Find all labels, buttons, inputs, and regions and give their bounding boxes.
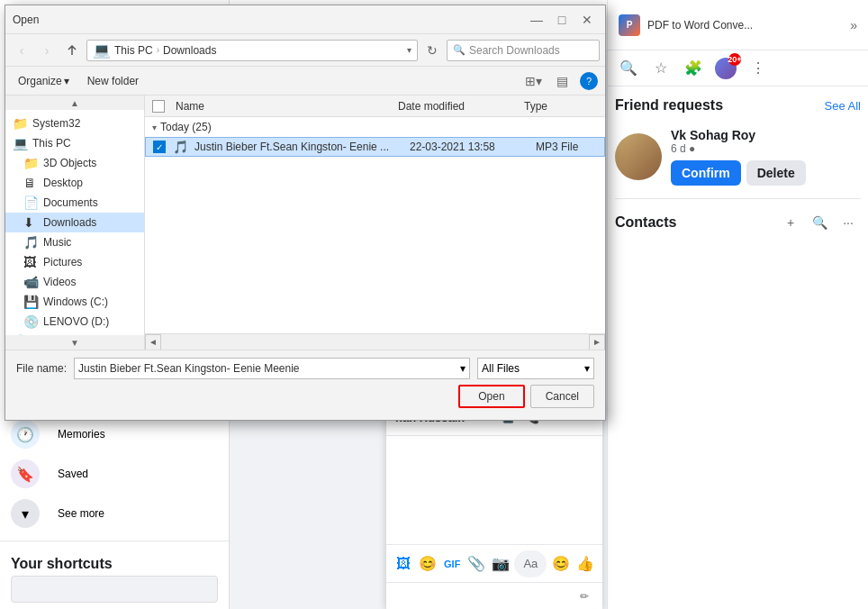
filetype-value: All Files [482,362,520,375]
documents-icon: 📄 [23,195,40,210]
tree-item-windows-c[interactable]: 💾 Windows (C:) [5,292,144,312]
check-all-checkbox[interactable] [152,100,165,113]
section-divider [615,198,861,199]
pane-button[interactable]: ▤ [551,70,573,92]
date-column-header[interactable]: Date modified [394,100,520,113]
downloads-icon: ⬇ [23,215,40,230]
friend-request-avatar [615,133,662,180]
tree-item-desktop[interactable]: 🖥 Desktop [5,173,144,193]
chat-image-button[interactable]: 🖼 [393,550,414,577]
address-separator: › [157,45,159,55]
bookmarks-button[interactable]: ☆ [647,55,674,82]
chat-camera-button[interactable]: 📷 [491,550,511,577]
new-folder-button[interactable]: New folder [82,73,144,89]
address-root: This PC [114,44,153,57]
account-button[interactable]: 20+ [712,55,739,82]
filetype-select[interactable]: All Files ▾ [477,358,594,379]
friend-request-name: Vk Sohag Roy [671,128,861,142]
scroll-down-button[interactable]: ▼ [5,335,144,350]
desktop-icon: 🖥 [23,176,40,190]
cancel-button[interactable]: Cancel [530,385,594,408]
view-options-button[interactable]: ⊞ ▾ [522,70,544,92]
chat-compose-button[interactable]: ✏ [574,586,595,607]
up-icon [66,44,78,57]
tree-item-lenovo-d[interactable]: 💿 LENOVO (D:) [5,312,144,332]
file-row[interactable]: ✓ 🎵 Justin Bieber Ft.Sean Kingston- Eeni… [145,137,605,157]
file-open-dialog-overlay: Open — □ ✕ ‹ › 💻 This PC › Downloads ▾ ↻ [0,0,612,423]
videos-icon: 📹 [23,275,40,289]
file-open-dialog: Open — □ ✕ ‹ › 💻 This PC › Downloads ▾ ↻ [5,5,606,421]
chat-sticker-button[interactable]: 😊 [418,550,439,577]
pictures-icon: 🖼 [23,255,40,269]
filename-row: File name: Justin Bieber Ft.Sean Kingsto… [16,358,594,379]
chrome-menu-button[interactable]: ⋮ [745,55,772,82]
chat-like-button[interactable]: 👍 [574,550,595,577]
shortcuts-search-input[interactable] [11,576,218,603]
back-button[interactable]: ‹ [11,40,32,61]
search-button[interactable]: 🔍 [615,55,642,82]
sidebar-item-saved[interactable]: 🔖 Saved [0,454,229,494]
extension-expand-button[interactable]: » [850,18,857,32]
file-checkbox-container: ✓ [146,141,173,153]
scroll-left-button[interactable]: ◄ [145,334,161,350]
chat-toolbar: 🖼 😊 GIF 📎 📷 Aa 😊 👍 [386,544,602,582]
tree-item-downloads[interactable]: ⬇ Downloads [5,213,144,232]
up-button[interactable] [61,40,83,61]
name-column-header[interactable]: Name [172,100,394,113]
memories-icon: 🕐 [11,420,40,449]
chat-emoji-button[interactable]: 😊 [550,550,571,577]
chat-input[interactable]: Aa [514,550,547,577]
today-group-header[interactable]: ▾ Today (25) [145,117,605,137]
saved-icon: 🔖 [11,459,40,488]
delete-button[interactable]: Delete [746,160,806,186]
scroll-right-button[interactable]: ► [589,334,605,350]
friend-request-info: Vk Sohag Roy 6 d ● Confirm Delete [671,128,861,186]
dialog-view-toolbar: Organize ▾ New folder ⊞ ▾ ▤ ? [5,67,605,95]
address-dropdown-icon[interactable]: ▾ [407,45,411,55]
tree-item-3d-objects[interactable]: 📁 3D Objects [5,153,144,173]
search-placeholder: Search Downloads [469,44,560,57]
see-more-icon: ▾ [11,499,40,528]
fb-right-content: P PDF to Word Conve... » 🔍 ☆ 🧩 20+ ⋮ [608,0,868,609]
sidebar-divider [0,541,229,541]
group-collapse-icon: ▾ [152,123,157,132]
sidebar-item-see-more[interactable]: ▾ See more [0,494,229,533]
see-all-link[interactable]: See All [825,99,861,113]
tree-item-pictures[interactable]: 🖼 Pictures [5,252,144,272]
file-type: MP3 File [532,141,604,153]
tree-item-music[interactable]: 🎵 Music [5,232,144,252]
file-list: ▾ Today (25) ✓ 🎵 Justin Bieber Ft.Sean K… [145,117,605,333]
fb-right-main: Friend requests See All Vk Sohag Roy 6 d… [608,86,868,609]
shortcuts-title: Your shortcuts [0,549,229,576]
maximize-button[interactable]: □ [551,9,573,31]
search-contacts-button[interactable]: 🔍 [807,210,832,235]
chat-gif-button[interactable]: GIF [442,550,463,577]
confirm-button[interactable]: Confirm [671,160,741,186]
scrollbar-track[interactable] [161,334,589,350]
chat-attach-button[interactable]: 📎 [466,550,487,577]
file-checkbox[interactable]: ✓ [153,141,166,153]
forward-button[interactable]: › [36,40,58,61]
help-button[interactable]: ? [580,72,598,90]
tree-item-videos[interactable]: 📹 Videos [5,272,144,292]
extension-icon: P [619,14,640,36]
open-button[interactable]: Open [458,385,524,408]
tree-item-documents[interactable]: 📄 Documents [5,193,144,213]
refresh-button[interactable]: ↻ [421,40,443,61]
tree-item-this-pc[interactable]: 💻 This PC [5,133,144,153]
add-contact-button[interactable]: + [778,210,803,235]
tree-item-system32[interactable]: 📁 System32 [5,114,144,133]
search-bar[interactable]: 🔍 Search Downloads [447,40,600,61]
close-button[interactable]: ✕ [576,9,598,31]
chat-body [386,436,602,544]
scroll-up-button[interactable]: ▲ [5,95,144,110]
more-contacts-button[interactable]: ··· [836,210,861,235]
organize-button[interactable]: Organize ▾ [13,73,75,89]
filename-input[interactable]: Justin Bieber Ft.Sean Kingston- Eenie Me… [74,358,470,379]
group-header-label: Today (25) [160,121,212,133]
chat-input-placeholder: Aa [523,557,538,570]
address-bar[interactable]: 💻 This PC › Downloads ▾ [86,40,418,61]
minimize-button[interactable]: — [526,9,547,31]
extensions-button[interactable]: 🧩 [680,55,707,82]
chat-window: han Hussain 📹 📞 — ✕ 🖼 😊 GIF 📎 📷 Aa 😊 👍 ✏ [386,400,602,609]
